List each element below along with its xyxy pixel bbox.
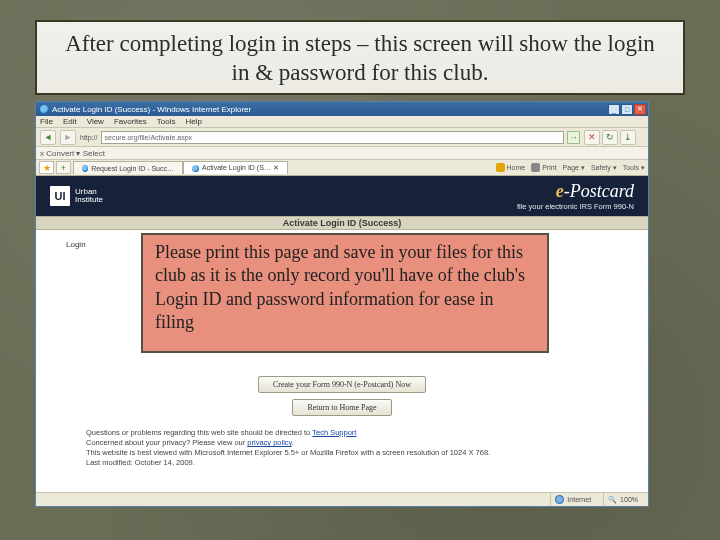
internet-zone-icon	[555, 495, 564, 504]
nav-toolbar: ◄ ► http:// secure.org/file/Activate.asp…	[36, 128, 648, 147]
urban-institute-logo-icon: UI	[50, 186, 70, 206]
epostcard-logo: e-Postcard	[517, 181, 634, 202]
address-scheme: http://	[80, 134, 98, 141]
maximize-button[interactable]: □	[621, 104, 633, 115]
slide-title: After completing login in steps – this s…	[35, 20, 685, 95]
home-button[interactable]: Home	[496, 163, 526, 172]
refresh-icon[interactable]: ↻	[602, 130, 618, 145]
privacy-policy-link[interactable]: privacy policy	[247, 438, 291, 447]
page-title-bar: Activate Login ID (Success)	[36, 216, 648, 230]
menu-file[interactable]: File	[40, 117, 53, 126]
tab-activate-login[interactable]: Activate Login ID (S… ✕	[183, 161, 288, 174]
tab-request-login[interactable]: Request Login ID - Succ…	[73, 161, 183, 174]
footer-text: Questions or problems regarding this web…	[66, 422, 618, 469]
tab-label: Activate Login ID (S… ✕	[202, 164, 279, 172]
return-home-button[interactable]: Return to Home Page	[292, 399, 391, 416]
create-990n-button[interactable]: Create your Form 990-N (e-Postcard) Now	[258, 376, 426, 393]
epostcard-subtitle: file your electronic IRS Form 990-N	[517, 202, 634, 211]
menu-tools[interactable]: Tools	[157, 117, 176, 126]
page-body: Login Please print this page and save in…	[36, 230, 648, 477]
close-button[interactable]: ✕	[634, 104, 646, 115]
address-text: secure.org/file/Activate.aspx	[105, 134, 193, 141]
favorites-star-icon[interactable]: ★	[39, 161, 54, 174]
print-button[interactable]: Print	[531, 163, 556, 172]
window-titlebar[interactable]: Activate Login ID (Success) - Windows In…	[36, 102, 648, 116]
stop-icon[interactable]: ⤓	[620, 130, 636, 145]
tab-bar: ★ + Request Login ID - Succ… Activate Lo…	[36, 160, 648, 176]
menu-bar: File Edit View Favorites Tools Help	[36, 116, 648, 128]
login-label: Login	[66, 240, 86, 249]
minimize-button[interactable]: _	[608, 104, 620, 115]
menu-help[interactable]: Help	[185, 117, 201, 126]
site-header: UI Urban Institute e-Postcard file your …	[36, 176, 648, 216]
command-bar: Home Print Page ▾ Safety ▾ Tools ▾	[496, 163, 645, 172]
menu-favorites[interactable]: Favorites	[114, 117, 147, 126]
menu-view[interactable]: View	[87, 117, 104, 126]
page-menu[interactable]: Page ▾	[563, 164, 585, 172]
zoom-level[interactable]: 🔍100%	[603, 493, 642, 506]
instruction-callout: Please print this page and save in your …	[141, 233, 549, 353]
forward-button[interactable]: ►	[60, 130, 76, 145]
convert-toolbar: x Convert ▾ Select	[36, 147, 648, 160]
back-button[interactable]: ◄	[40, 130, 56, 145]
window-title-text: Activate Login ID (Success) - Windows In…	[52, 105, 251, 114]
page-content: UI Urban Institute e-Postcard file your …	[36, 176, 648, 492]
status-bar: Internet 🔍100%	[36, 492, 648, 506]
tools-menu[interactable]: Tools ▾	[623, 164, 645, 172]
tech-support-link[interactable]: Tech Support	[312, 428, 356, 437]
add-tab-icon[interactable]: +	[56, 161, 71, 174]
browser-window: Activate Login ID (Success) - Windows In…	[35, 101, 649, 507]
ie-icon	[40, 105, 49, 114]
urban-line2: Institute	[75, 196, 103, 204]
security-zone[interactable]: Internet	[550, 493, 595, 506]
safety-menu[interactable]: Safety ▾	[591, 164, 617, 172]
address-bar[interactable]: secure.org/file/Activate.aspx	[101, 131, 564, 144]
go-button[interactable]: →	[567, 131, 580, 144]
tab-label: Request Login ID - Succ…	[91, 165, 174, 172]
search-icon[interactable]: ✕	[584, 130, 600, 145]
menu-edit[interactable]: Edit	[63, 117, 77, 126]
convert-bar-text[interactable]: x Convert ▾ Select	[40, 149, 105, 158]
